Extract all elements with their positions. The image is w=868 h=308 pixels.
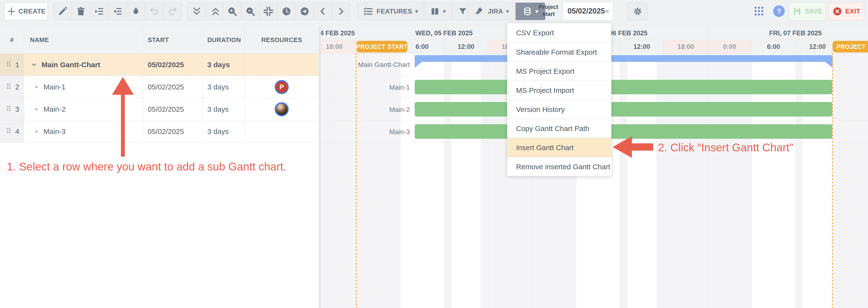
zoom-in-button[interactable]: [223, 3, 241, 20]
undo-icon: [149, 6, 160, 17]
table-row[interactable]: 1 Main Gantt-Chart 05/02/2025 3 days: [0, 54, 319, 76]
zoom-out-button[interactable]: [241, 3, 259, 20]
edit-button[interactable]: [53, 3, 72, 20]
columns-button[interactable]: ▾: [424, 3, 452, 20]
current-time-button[interactable]: [278, 3, 296, 20]
gear-icon: [632, 6, 643, 17]
x-circle-icon: [832, 6, 842, 17]
expand-all-button[interactable]: [187, 3, 206, 20]
chevron-down-icon: ▾: [415, 8, 418, 15]
task-name[interactable]: Main Gantt-Chart: [41, 61, 100, 69]
bar-label: Main-3: [319, 128, 410, 136]
drag-handle-icon[interactable]: [5, 104, 13, 115]
task-duration[interactable]: 3 days: [203, 76, 245, 98]
task-duration[interactable]: 3 days: [203, 54, 245, 76]
create-button[interactable]: CREATE: [4, 2, 48, 20]
delete-button[interactable]: [72, 3, 90, 20]
column-header-name[interactable]: NAME: [24, 27, 143, 54]
chevron-left-icon: [317, 6, 328, 17]
menu-item-insert-gantt-chart[interactable]: Insert Gantt Chart: [507, 138, 612, 157]
menu-item-remove-inserted-gantt-chart[interactable]: Remove inserted Gantt Chart: [507, 157, 612, 176]
calendar-icon[interactable]: [605, 6, 610, 16]
menu-item-shareable-format-export[interactable]: Shareable Format Export: [507, 42, 612, 61]
clock-icon: [281, 6, 292, 17]
edit-toolbar-group: [53, 2, 182, 20]
avatar[interactable]: P: [275, 80, 289, 94]
pane-divider[interactable]: [319, 27, 321, 308]
outdent-button[interactable]: [108, 3, 127, 20]
collapse-toolbar-group: [187, 2, 225, 20]
task-start[interactable]: 05/02/2025: [143, 120, 203, 143]
checklist-icon: [363, 6, 373, 17]
jira-button[interactable]: JIRA ▾: [468, 3, 515, 20]
drag-handle-icon[interactable]: [5, 126, 13, 137]
drag-handle-icon[interactable]: [5, 81, 13, 92]
redo-button[interactable]: [163, 3, 182, 20]
go-to-task-button[interactable]: [296, 3, 314, 20]
table-row[interactable]: 3 Main-2 05/02/2025 3 days: [0, 98, 319, 120]
menu-item-csv-export[interactable]: CSV Export: [507, 23, 612, 42]
bullet-icon: [35, 86, 38, 88]
features-button[interactable]: FEATURES ▾: [357, 3, 424, 20]
project-start-date-input[interactable]: 05/02/2025: [563, 2, 613, 20]
column-header-resources[interactable]: RESOURCES: [245, 27, 319, 54]
collapse-all-button[interactable]: [206, 3, 225, 20]
column-header-start[interactable]: START: [143, 27, 203, 54]
task-resources[interactable]: P: [245, 76, 319, 98]
bar-label: Main-1: [319, 84, 410, 91]
timeline-time-cell: 18:00: [319, 40, 356, 54]
jira-toolbar-group: JIRA ▾ ▾: [468, 2, 546, 20]
task-bar[interactable]: [415, 102, 832, 116]
clear-button[interactable]: [127, 3, 145, 20]
summary-task-bar[interactable]: [415, 55, 833, 62]
menu-item-ms-project-export[interactable]: MS Project Export: [507, 61, 612, 81]
help-button[interactable]: ?: [773, 5, 785, 17]
task-name[interactable]: Main-1: [43, 83, 66, 91]
row-number: 1: [15, 61, 19, 69]
row-number: 3: [15, 105, 19, 113]
table-row[interactable]: 2 Main-1 05/02/2025 3 days P: [0, 76, 319, 98]
task-start[interactable]: 05/02/2025: [143, 76, 203, 98]
timeline-time-cell: 12:00: [444, 40, 488, 54]
task-name[interactable]: Main-3: [43, 128, 66, 136]
save-button-label: SAVE: [805, 8, 823, 15]
annotation-step2-text: 2. Click “Insert Gantt Chart”: [658, 141, 793, 154]
menu-item-version-history[interactable]: Version History: [507, 100, 612, 119]
column-header-num[interactable]: #: [0, 27, 24, 54]
task-start[interactable]: 05/02/2025: [143, 98, 203, 120]
undo-button[interactable]: [145, 3, 163, 20]
menu-item-ms-project-import[interactable]: MS Project Import: [507, 81, 612, 100]
indent-button[interactable]: [90, 3, 108, 20]
task-name[interactable]: Main-2: [43, 105, 66, 113]
double-chevron-down-icon: [191, 6, 202, 17]
task-start[interactable]: 05/02/2025: [143, 54, 203, 76]
avatar[interactable]: [275, 102, 289, 116]
timeline-time-cell: 12:00: [620, 40, 664, 54]
outdent-icon: [112, 6, 123, 17]
app-switcher-button[interactable]: [753, 5, 765, 18]
project-end-line: [832, 53, 833, 308]
save-button[interactable]: SAVE: [789, 2, 826, 20]
timeline-day-header: 4 FEB 2025: [319, 27, 356, 40]
task-bar[interactable]: [415, 80, 832, 94]
table-row[interactable]: 4 Main-3 05/02/2025 3 days: [0, 120, 319, 143]
toolbar: CREATE FEATURES: [0, 0, 868, 22]
settings-button[interactable]: [628, 2, 648, 20]
drag-handle-icon[interactable]: [5, 59, 13, 71]
column-header-duration[interactable]: DURATION: [203, 27, 245, 54]
task-duration[interactable]: 3 days: [203, 98, 245, 120]
task-resources[interactable]: [245, 120, 319, 143]
scroll-left-button[interactable]: [314, 3, 332, 20]
menu-item-copy-gantt-chart-path[interactable]: Copy Gantt Chart Path: [507, 119, 612, 138]
task-duration[interactable]: 3 days: [203, 120, 245, 143]
chevron-down-icon[interactable]: [30, 61, 38, 69]
fit-to-screen-button[interactable]: [259, 3, 278, 20]
exit-button[interactable]: EXIT: [829, 2, 864, 20]
task-resources[interactable]: [245, 54, 319, 76]
annotation-arrow-stem: [121, 94, 125, 157]
timeline-day-header: FRI, 07 FEB 2025: [708, 27, 868, 40]
task-resources[interactable]: [245, 98, 319, 120]
bullet-icon: [35, 130, 38, 133]
arrow-right-circle-icon: [299, 6, 310, 17]
scroll-right-button[interactable]: [332, 3, 350, 20]
